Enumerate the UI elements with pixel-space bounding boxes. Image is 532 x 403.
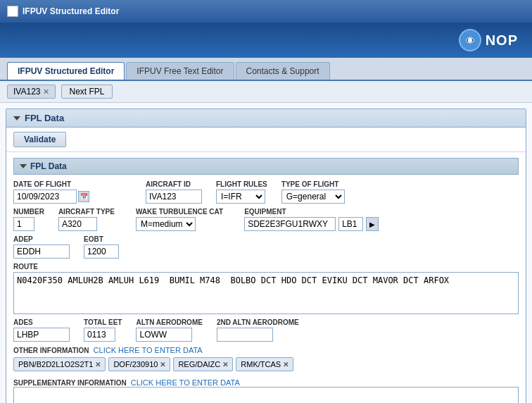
aircraft-id-input[interactable]	[146, 190, 202, 204]
fpl-data-inner-title: FPL Data	[30, 161, 67, 171]
wake-turb-select[interactable]: L=light M=medium H=heavy J=super	[136, 217, 196, 231]
supp-info-textarea[interactable]	[13, 387, 519, 403]
equipment-expand-button[interactable]: ▶	[366, 217, 379, 231]
other-info-click-link[interactable]: CLICK HERE TO ENTER DATA	[94, 346, 203, 354]
total-eet-label: TOTAL EET	[84, 318, 122, 326]
tag-dof: DOF/230910 ✕	[108, 357, 170, 371]
number-label: NUMBER	[13, 208, 44, 216]
collapse-icon	[13, 116, 20, 120]
supp-info-section: SUPPLEMENTARY INFORMATION CLICK HERE TO …	[13, 378, 519, 403]
route-textarea[interactable]: N0420F350 AMLUH2B AMLUH L619 BUMIL M748 …	[13, 272, 519, 314]
main-content: FPL Data Validate FPL Data DATE OF FLIGH…	[0, 103, 532, 403]
calendar-icon[interactable]: 📅	[78, 191, 89, 202]
fpl-data-inner-header: FPL Data	[13, 158, 519, 175]
tag-reg-text: REG/DAIZC	[178, 360, 220, 368]
next-fpl-button[interactable]: Next FPL	[61, 85, 112, 99]
form-row-2: NUMBER AIRCRAFT TYPE WAKE TURBULENCE CAT…	[13, 208, 519, 231]
flight-rules-label: FLIGHT RULES	[216, 180, 267, 188]
aircraft-type-input[interactable]	[58, 217, 97, 231]
tag-rmk-text: RMK/TCAS	[241, 360, 281, 368]
ades-label: ADES	[13, 318, 70, 326]
alt-aerodrome-2-input[interactable]	[217, 328, 273, 342]
logo-text: NOP	[486, 32, 518, 49]
aircraft-type-label: AIRCRAFT TYPE	[58, 208, 115, 216]
validate-bar: Validate	[6, 128, 526, 152]
eobt-group: EOBT	[84, 235, 119, 259]
adep-input[interactable]	[13, 244, 70, 259]
equipment-label: EQUIPMENT	[244, 208, 379, 216]
route-label: ROUTE	[13, 263, 519, 271]
equipment-input-2[interactable]	[338, 217, 363, 231]
inner-collapse-icon	[20, 164, 27, 168]
form-row-1: DATE OF FLIGHT 📅 AIRCRAFT ID FLIGHT RULE…	[13, 180, 519, 204]
tag-reg-remove[interactable]: ✕	[222, 361, 228, 368]
fpl-data-outer: FPL Data Validate FPL Data DATE OF FLIGH…	[6, 108, 526, 403]
badge-close-icon[interactable]: ✕	[43, 87, 49, 97]
supp-info-label: SUPPLEMENTARY INFORMATION	[13, 379, 127, 387]
total-eet-group: TOTAL EET	[84, 318, 122, 342]
alt-aerodrome-label: ALTN AERODROME	[136, 318, 202, 326]
type-of-flight-label: TYPE OF FLIGHT	[281, 180, 345, 188]
tag-dof-text: DOF/230910	[113, 360, 158, 368]
tag-rmk-remove[interactable]: ✕	[283, 361, 289, 368]
wake-turb-label: WAKE TURBULENCE CAT	[136, 208, 223, 216]
tag-pbn-remove[interactable]: ✕	[95, 361, 101, 368]
adep-label: ADEP	[13, 235, 70, 243]
form-row-3: ADEP EOBT	[13, 235, 519, 259]
date-of-flight-input[interactable]	[13, 190, 77, 204]
adep-group: ADEP	[13, 235, 70, 259]
secondary-row: IVA123 ✕ Next FPL	[0, 81, 532, 103]
badge-text: IVA123	[13, 87, 40, 97]
other-info-tags: PBN/B2D2L1O2S2T1 ✕ DOF/230910 ✕ REG/DAIZ…	[13, 354, 519, 374]
flight-rules-group: FLIGHT RULES I=IFR V=VFR Y=IFR/VFR Z=VFR…	[216, 180, 267, 204]
fpl-data-outer-title: FPL Data	[25, 113, 64, 123]
alt-aerodrome-group: ALTN AERODROME	[136, 318, 202, 342]
tag-pbn-text: PBN/B2D2L1O2S2T1	[18, 360, 93, 368]
form-row-4: ADES TOTAL EET ALTN AERODROME 2ND ALTN A…	[13, 318, 519, 342]
aircraft-type-group: AIRCRAFT TYPE	[58, 208, 115, 231]
tag-reg: REG/DAIZC ✕	[173, 357, 233, 371]
supp-info-click-link[interactable]: CLICK HERE TO ENTER DATA	[131, 378, 240, 387]
tab-freetext[interactable]: IFPUV Free Text Editor	[126, 62, 234, 80]
fpl-inner: FPL Data DATE OF FLIGHT 📅 AIRCRAFT ID FL…	[6, 152, 526, 403]
app-title: IFPUV Structured Editor	[23, 6, 119, 16]
tag-pbn: PBN/B2D2L1O2S2T1 ✕	[13, 357, 106, 371]
date-of-flight-group: DATE OF FLIGHT 📅	[13, 180, 89, 204]
logo-icon	[459, 29, 481, 51]
logo-area: NOP	[0, 23, 532, 58]
tabs-row: IFPUV Structured Editor IFPUV Free Text …	[0, 58, 532, 81]
title-bar: 🖊 IFPUV Structured Editor	[0, 0, 532, 23]
validate-button[interactable]: Validate	[13, 132, 66, 147]
wake-turb-group: WAKE TURBULENCE CAT L=light M=medium H=h…	[136, 208, 223, 231]
number-input[interactable]	[13, 217, 34, 231]
tab-contacts[interactable]: Contacts & Support	[236, 62, 330, 80]
tag-dof-remove[interactable]: ✕	[160, 361, 165, 368]
tab-structured[interactable]: IFPUV Structured Editor	[7, 62, 125, 80]
logo: NOP	[459, 29, 518, 51]
type-of-flight-select[interactable]: G=general S=scheduled N=non-scheduled X=…	[281, 190, 345, 204]
type-of-flight-group: TYPE OF FLIGHT G=general S=scheduled N=n…	[281, 180, 345, 204]
number-group: NUMBER	[13, 208, 44, 231]
date-of-flight-label: DATE OF FLIGHT	[13, 180, 89, 188]
svg-point-0	[468, 38, 472, 42]
ades-input[interactable]	[13, 328, 70, 342]
aircraft-id-group: AIRCRAFT ID	[146, 180, 202, 204]
eobt-label: EOBT	[84, 235, 119, 243]
fpl-data-outer-header[interactable]: FPL Data	[6, 109, 526, 128]
equipment-inputs: ▶	[244, 217, 379, 231]
other-info-label: OTHER INFORMATION	[13, 347, 89, 354]
flight-badge: IVA123 ✕	[7, 85, 56, 99]
aircraft-id-label: AIRCRAFT ID	[146, 180, 202, 188]
ades-group: ADES	[13, 318, 70, 342]
equipment-group: EQUIPMENT ▶	[244, 208, 379, 231]
alt-aerodrome-2-label: 2ND ALTN AERODROME	[217, 318, 299, 326]
eobt-input[interactable]	[84, 244, 119, 259]
tag-rmk: RMK/TCAS ✕	[236, 357, 293, 371]
alt-aerodrome-2-group: 2ND ALTN AERODROME	[217, 318, 299, 342]
flight-rules-select[interactable]: I=IFR V=VFR Y=IFR/VFR Z=VFR/IFR	[216, 190, 265, 204]
alt-aerodrome-input[interactable]	[136, 328, 192, 342]
equipment-input-1[interactable]	[244, 217, 336, 231]
app-icon: 🖊	[7, 6, 18, 17]
total-eet-input[interactable]	[84, 328, 115, 342]
route-group: ROUTE N0420F350 AMLUH2B AMLUH L619 BUMIL…	[13, 263, 519, 314]
